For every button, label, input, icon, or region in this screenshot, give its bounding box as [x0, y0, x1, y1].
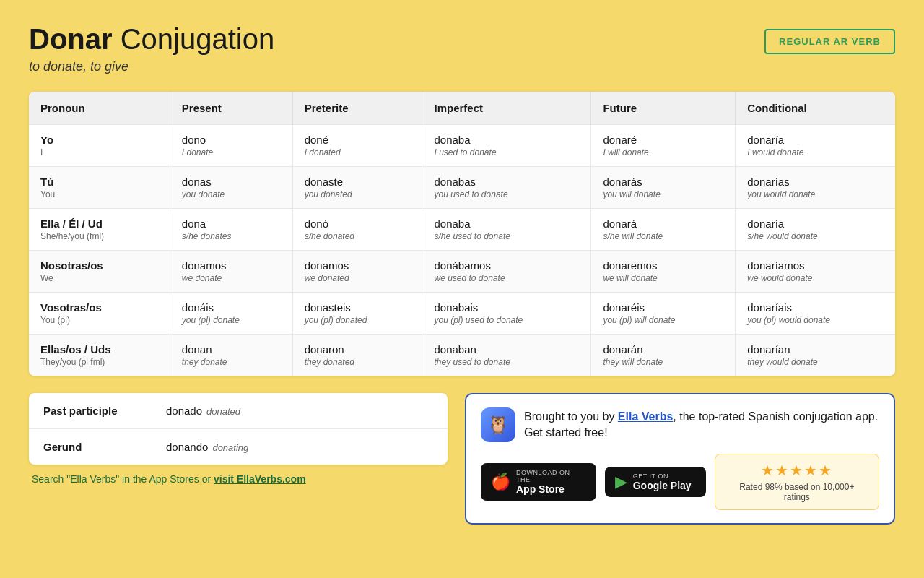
apple-icon: 🍎 [491, 473, 510, 491]
cell-present: dono I donate [170, 125, 292, 167]
app-store-sub: Download on the [516, 469, 586, 483]
cell-pronoun: Ellas/os / Uds They/you (pl fml) [29, 335, 170, 376]
promo-buttons: 🍎 Download on the App Store ▶ GET IT ON … [481, 454, 879, 510]
cell-present: dona s/he donates [170, 209, 292, 251]
cell-imperfect: donaba s/he used to donate [422, 209, 591, 251]
cell-preterite: donó s/he donated [292, 209, 422, 251]
gerund-translation: donating [212, 442, 248, 453]
table-row: Vosotras/os You (pl) donáis you (pl) don… [29, 293, 895, 335]
cell-future: donarán they will donate [591, 335, 736, 376]
cell-conditional: donaríamos we would donate [736, 251, 895, 293]
col-future: Future [591, 92, 736, 125]
page-title: Donar Conjugation [29, 23, 274, 55]
cell-imperfect: donaban they used to donate [422, 335, 591, 376]
cell-preterite: doné I donated [292, 125, 422, 167]
cell-pronoun: Vosotras/os You (pl) [29, 293, 170, 335]
cell-present: donas you donate [170, 167, 292, 209]
conjugation-table: Pronoun Present Preterite Imperfect Futu… [29, 92, 895, 376]
promo-logo: 🦉 [481, 407, 515, 442]
app-store-name: App Store [516, 483, 586, 495]
cell-preterite: donaron they donated [292, 335, 422, 376]
col-imperfect: Imperfect [422, 92, 591, 125]
search-bar-text: Search "Ella Verbs" in the App Stores or [32, 473, 214, 485]
gerund-value: donandodonating [166, 441, 248, 453]
col-preterite: Preterite [292, 92, 422, 125]
search-bar: Search "Ella Verbs" in the App Stores or… [29, 473, 448, 485]
cell-pronoun: Nosotras/os We [29, 251, 170, 293]
cell-future: donará s/he will donate [591, 209, 736, 251]
promo-text-before: Brought to you by [524, 410, 618, 423]
cell-future: donarás you will donate [591, 167, 736, 209]
google-play-button[interactable]: ▶ GET IT ON Google Play [605, 467, 706, 497]
cell-preterite: donaste you donated [292, 167, 422, 209]
rating-stars: ★★★★★ [725, 462, 868, 479]
gerund-row: Gerund donandodonating [29, 429, 448, 465]
cell-future: donaréis you (pl) will donate [591, 293, 736, 335]
bottom-section: Past participle donadodonated Gerund don… [29, 393, 895, 525]
past-participle-word: donado [166, 405, 202, 417]
past-participle-translation: donated [206, 406, 240, 417]
page-header: Donar Conjugation to donate, to give REG… [29, 23, 895, 74]
cell-imperfect: donábamos we used to donate [422, 251, 591, 293]
col-pronoun: Pronoun [29, 92, 170, 125]
cell-conditional: donaría s/he would donate [736, 209, 895, 251]
cell-pronoun: Yo I [29, 125, 170, 167]
past-participle-label: Past participle [43, 405, 166, 417]
app-store-button[interactable]: 🍎 Download on the App Store [481, 463, 596, 501]
table-row: Nosotras/os We donamos we donate donamos… [29, 251, 895, 293]
subtitle: to donate, to give [29, 59, 274, 74]
cell-present: donamos we donate [170, 251, 292, 293]
google-play-name: Google Play [633, 480, 692, 491]
title-bold: Donar [29, 23, 113, 55]
app-store-label: Download on the App Store [516, 469, 586, 495]
cell-imperfect: donaba I used to donate [422, 125, 591, 167]
table-row: Ellas/os / Uds They/you (pl fml) donan t… [29, 335, 895, 376]
rating-text: Rated 98% based on 10,000+ ratings [725, 482, 868, 502]
cell-future: donaremos we will donate [591, 251, 736, 293]
title-block: Donar Conjugation to donate, to give [29, 23, 274, 74]
cell-present: donáis you (pl) donate [170, 293, 292, 335]
gerund-label: Gerund [43, 441, 166, 453]
cell-conditional: donarías you would donate [736, 167, 895, 209]
gerund-word: donando [166, 441, 208, 453]
ella-verbs-link[interactable]: visit EllaVerbs.com [214, 473, 306, 485]
promo-header: 🦉 Brought to you by Ella Verbs, the top-… [481, 407, 879, 442]
google-play-label: GET IT ON Google Play [633, 473, 692, 491]
col-present: Present [170, 92, 292, 125]
cell-pronoun: Tú You [29, 167, 170, 209]
cell-imperfect: donabais you (pl) used to donate [422, 293, 591, 335]
google-play-icon: ▶ [615, 473, 627, 491]
table-row: Tú You donas you donate donaste you dona… [29, 167, 895, 209]
col-conditional: Conditional [736, 92, 895, 125]
promo-logo-emoji: 🦉 [487, 415, 509, 435]
cell-present: donan they donate [170, 335, 292, 376]
cell-conditional: donaríais you (pl) would donate [736, 293, 895, 335]
table-header-row: Pronoun Present Preterite Imperfect Futu… [29, 92, 895, 125]
past-participle-row: Past participle donadodonated [29, 393, 448, 429]
participle-table: Past participle donadodonated Gerund don… [29, 393, 448, 465]
table-row: Ella / Él / Ud She/he/you (fml) dona s/h… [29, 209, 895, 251]
cell-future: donaré I will donate [591, 125, 736, 167]
promo-text: Brought to you by Ella Verbs, the top-ra… [524, 409, 879, 441]
promo-box: 🦉 Brought to you by Ella Verbs, the top-… [465, 393, 895, 525]
promo-brand-link[interactable]: Ella Verbs [618, 410, 674, 423]
google-play-sub: GET IT ON [633, 473, 692, 480]
past-participle-value: donadodonated [166, 405, 240, 417]
participle-section: Past participle donadodonated Gerund don… [29, 393, 448, 485]
cell-conditional: donarían they would donate [736, 335, 895, 376]
cell-conditional: donaría I would donate [736, 125, 895, 167]
cell-preterite: donasteis you (pl) donated [292, 293, 422, 335]
cell-preterite: donamos we donated [292, 251, 422, 293]
cell-imperfect: donabas you used to donate [422, 167, 591, 209]
cell-pronoun: Ella / Él / Ud She/he/you (fml) [29, 209, 170, 251]
verb-badge: REGULAR AR VERB [764, 29, 895, 54]
rating-box: ★★★★★ Rated 98% based on 10,000+ ratings [715, 454, 879, 510]
title-rest: Conjugation [113, 23, 275, 55]
table-row: Yo I dono I donate doné I donated donaba… [29, 125, 895, 167]
